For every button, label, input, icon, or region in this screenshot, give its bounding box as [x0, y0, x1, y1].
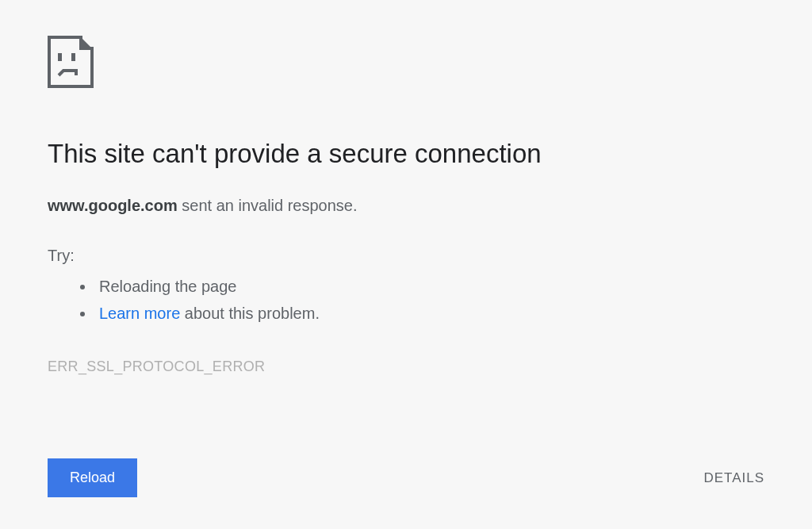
error-subtitle: www.google.com sent an invalid response.	[48, 197, 764, 215]
suggestion-learn-more: Learn more about this problem.	[95, 300, 764, 327]
svg-rect-1	[71, 53, 75, 61]
learn-more-link[interactable]: Learn more	[99, 305, 180, 322]
sad-page-icon	[48, 36, 764, 91]
svg-rect-0	[58, 53, 62, 61]
suggestion-reload: Reloading the page	[95, 273, 764, 300]
error-heading: This site can't provide a secure connect…	[48, 139, 764, 169]
details-button[interactable]: DETAILS	[703, 470, 764, 486]
suggestion-list: Reloading the page Learn more about this…	[95, 273, 764, 327]
error-host-message: sent an invalid response.	[178, 197, 358, 214]
button-row: Reload DETAILS	[48, 458, 764, 497]
learn-more-rest: about this problem.	[180, 305, 320, 322]
reload-button[interactable]: Reload	[48, 458, 137, 497]
error-host: www.google.com	[48, 197, 178, 214]
error-code: ERR_SSL_PROTOCOL_ERROR	[48, 358, 764, 375]
try-label: Try:	[48, 247, 764, 265]
